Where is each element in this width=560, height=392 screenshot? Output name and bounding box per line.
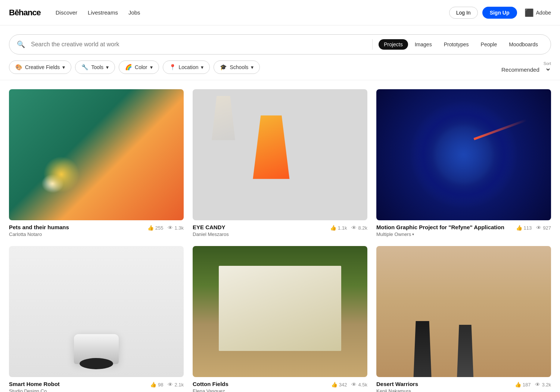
project-card-warriors[interactable]: Desert Warriors Kenji Nakamura 👍 187 👁 3…: [376, 246, 551, 392]
chevron-down-icon: ▾: [412, 232, 414, 236]
tab-projects[interactable]: Projects: [379, 39, 408, 50]
search-tabs: Projects Images Prototypes People Moodbo…: [372, 39, 543, 50]
project-card-candy[interactable]: EYE CANDY Daniel Meszaros 👍 1.1k 👁 8.2k: [193, 89, 367, 237]
thumbs-up-icon: 👍: [515, 382, 521, 388]
project-card-motion[interactable]: Motion Graphic Project for "Refyne" Appl…: [376, 89, 551, 237]
adobe-logo: ⬛ Adobe: [525, 8, 551, 17]
likes-stat: 👍 1.1k: [330, 225, 347, 231]
signup-button[interactable]: Sign Up: [482, 7, 517, 19]
project-meta: Smart Home Robot Studio Design Co. 👍 98 …: [9, 381, 184, 392]
brand-logo[interactable]: Bēhance: [9, 8, 41, 18]
project-thumbnail[interactable]: [9, 246, 184, 377]
multiple-owners[interactable]: Multiple Owners ▾: [376, 231, 516, 237]
project-stats: 👍 187 👁 3.2k: [515, 382, 551, 388]
project-title: Cotton Fields: [193, 381, 331, 387]
project-card-flower[interactable]: Cotton Fields Elena Vasquez 👍 342 👁 4.5k: [193, 246, 367, 392]
search-section: 🔍 Projects Images Prototypes People Mood…: [0, 25, 560, 55]
likes-count: 1.1k: [338, 225, 347, 231]
schools-arrow: ▾: [251, 64, 253, 70]
views-count: 2.1k: [174, 382, 184, 388]
tab-moodboards[interactable]: Moodboards: [504, 39, 543, 50]
project-author: Daniel Meszaros: [193, 231, 330, 237]
location-arrow: ▾: [201, 64, 203, 70]
likes-stat: 👍 113: [516, 225, 532, 231]
project-stats: 👍 255 👁 1.3k: [147, 225, 184, 231]
color-icon: 🌈: [125, 64, 132, 71]
project-meta: Motion Graphic Project for "Refyne" Appl…: [376, 224, 551, 237]
project-meta: Desert Warriors Kenji Nakamura 👍 187 👁 3…: [376, 381, 551, 392]
tools-arrow: ▾: [106, 64, 109, 70]
likes-count: 98: [158, 382, 163, 388]
multiple-owners-label: Multiple Owners: [376, 231, 411, 237]
likes-stat: 👍 187: [515, 382, 531, 388]
sort-wrap: Sort Recommended Most Appreciated Most V…: [500, 61, 551, 73]
views-count: 927: [543, 225, 551, 231]
project-thumbnail[interactable]: [193, 89, 367, 220]
views-stat: 👁 1.3k: [168, 225, 184, 231]
login-button[interactable]: Log In: [449, 7, 478, 19]
sort-select[interactable]: Recommended Most Appreciated Most Viewed…: [500, 66, 551, 73]
adobe-icon: ⬛: [525, 8, 534, 17]
nav-jobs[interactable]: Jobs: [124, 7, 145, 18]
views-stat: 👁 4.5k: [351, 382, 367, 388]
color-label: Color: [135, 64, 147, 70]
views-count: 1.3k: [174, 225, 184, 231]
views-stat: 👁 3.2k: [535, 382, 551, 388]
eye-icon: 👁: [536, 225, 541, 231]
project-author: Kenji Nakamura: [376, 388, 515, 392]
search-input[interactable]: [31, 41, 366, 48]
filter-color[interactable]: 🌈 Color ▾: [119, 60, 159, 74]
project-title: EYE CANDY: [193, 224, 330, 230]
project-info: Desert Warriors Kenji Nakamura: [376, 381, 515, 392]
project-title: Smart Home Robot: [9, 381, 150, 387]
color-arrow: ▾: [150, 64, 153, 70]
likes-count: 342: [339, 382, 347, 388]
filters-row: 🎨 Creative Fields ▾ 🔧 Tools ▾ 🌈 Color ▾ …: [0, 55, 560, 80]
project-thumbnail[interactable]: [193, 246, 367, 377]
thumbs-up-icon: 👍: [516, 225, 522, 231]
project-title: Desert Warriors: [376, 381, 515, 387]
location-icon: 📍: [169, 64, 176, 71]
nav-livestreams[interactable]: Livestreams: [83, 7, 122, 18]
project-title: Motion Graphic Project for "Refyne" Appl…: [376, 224, 516, 230]
project-meta: Pets and their humans Carlotta Notaro 👍 …: [9, 224, 184, 237]
project-stats: 👍 98 👁 2.1k: [150, 382, 184, 388]
likes-stat: 👍 255: [147, 225, 164, 231]
project-info: Pets and their humans Carlotta Notaro: [9, 224, 147, 237]
creative-fields-label: Creative Fields: [25, 64, 60, 70]
project-info: EYE CANDY Daniel Meszaros: [193, 224, 330, 237]
navbar: Bēhance Discover Livestreams Jobs Log In…: [0, 0, 560, 25]
project-card-robot[interactable]: Smart Home Robot Studio Design Co. 👍 98 …: [9, 246, 184, 392]
filter-tools[interactable]: 🔧 Tools ▾: [75, 60, 115, 74]
thumbs-up-icon: 👍: [330, 225, 336, 231]
thumbs-up-icon: 👍: [331, 382, 337, 388]
schools-icon: 🎓: [220, 64, 227, 71]
likes-stat: 👍 342: [331, 382, 347, 388]
thumbs-up-icon: 👍: [147, 225, 154, 231]
thumbs-up-icon: 👍: [150, 382, 156, 388]
project-stats: 👍 342 👁 4.5k: [331, 382, 367, 388]
project-author: Carlotta Notaro: [9, 231, 147, 237]
tab-people[interactable]: People: [476, 39, 503, 50]
tab-images[interactable]: Images: [410, 39, 437, 50]
nav-discover[interactable]: Discover: [51, 7, 82, 18]
views-count: 4.5k: [358, 382, 367, 388]
filter-creative-fields[interactable]: 🎨 Creative Fields ▾: [9, 60, 71, 74]
project-meta: Cotton Fields Elena Vasquez 👍 342 👁 4.5k: [193, 381, 367, 392]
project-thumbnail[interactable]: [9, 89, 184, 220]
project-card-pets[interactable]: Pets and their humans Carlotta Notaro 👍 …: [9, 89, 184, 237]
eye-icon: 👁: [168, 225, 173, 231]
tools-icon: 🔧: [81, 64, 88, 71]
filter-location[interactable]: 📍 Location ▾: [163, 60, 210, 74]
project-thumbnail[interactable]: [376, 89, 551, 220]
filter-schools[interactable]: 🎓 Schools ▾: [214, 60, 260, 74]
project-thumbnail[interactable]: [376, 246, 551, 377]
tools-label: Tools: [91, 64, 103, 70]
nav-right: Log In Sign Up ⬛ Adobe: [449, 7, 551, 19]
views-stat: 👁 2.1k: [168, 382, 184, 388]
views-count: 3.2k: [542, 382, 551, 388]
creative-fields-arrow: ▾: [62, 64, 65, 70]
project-meta: EYE CANDY Daniel Meszaros 👍 1.1k 👁 8.2k: [193, 224, 367, 237]
project-title: Pets and their humans: [9, 224, 147, 230]
tab-prototypes[interactable]: Prototypes: [439, 39, 474, 50]
